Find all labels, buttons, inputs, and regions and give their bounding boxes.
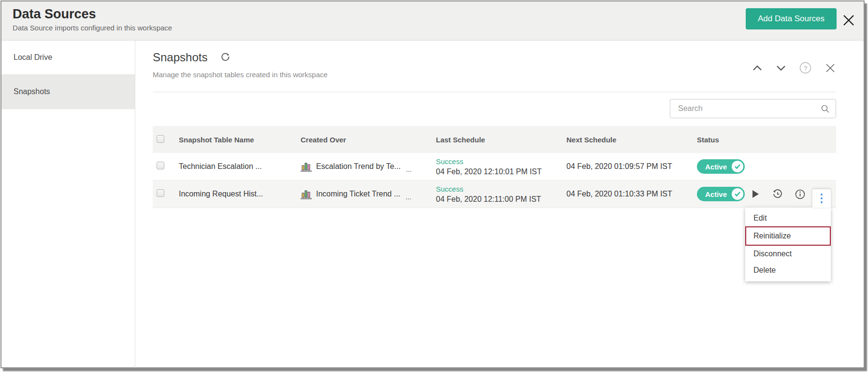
last-schedule-status: Success — [436, 184, 566, 194]
last-schedule-status: Success — [436, 157, 566, 167]
column-header: Created Over — [301, 136, 436, 144]
snapshots-panel: Snapshots ? — [135, 41, 864, 368]
sidebar-item-label: Snapshots — [14, 87, 50, 96]
panel-title: Snapshots — [153, 50, 207, 65]
play-icon[interactable] — [752, 190, 759, 198]
check-icon — [732, 188, 743, 200]
last-schedule-time: 04 Feb, 2020 12:10:01 PM IST — [436, 167, 566, 177]
status-badge-label: Active — [705, 190, 727, 198]
bar-chart-icon — [301, 162, 312, 172]
snapshot-name: Incoming Request Hist... — [179, 190, 301, 198]
bar-chart-icon — [301, 189, 312, 199]
snapshots-table: Snapshot Table Name Created Over Last Sc… — [153, 126, 836, 208]
check-icon — [732, 161, 743, 172]
vertical-ellipsis-icon[interactable] — [812, 189, 831, 208]
data-sources-dialog: Data Sources Data Source imports configu… — [0, 0, 865, 368]
last-schedule-time: 04 Feb, 2020 12:11:00 PM IST — [436, 194, 566, 204]
sidebar-item-label: Local Drive — [14, 53, 52, 62]
created-over-name: Incoming Ticket Trend ... — [316, 190, 400, 198]
menu-item-delete[interactable]: Delete — [745, 262, 831, 279]
svg-text:?: ? — [804, 65, 807, 72]
column-header: Next Schedule — [566, 136, 697, 144]
menu-item-edit[interactable]: Edit — [745, 210, 831, 226]
next-schedule-time: 04 Feb, 2020 01:10:33 PM IST — [566, 190, 697, 198]
search-input[interactable] — [677, 104, 821, 113]
row-checkbox[interactable] — [157, 162, 164, 169]
divider — [153, 92, 836, 92]
table-row[interactable]: Technician Escalation ... Escalation Tre… — [153, 153, 836, 181]
menu-item-reinitialize[interactable]: Reinitialize — [745, 226, 831, 246]
search-icon[interactable] — [821, 104, 830, 113]
dialog-title: Data Sources — [13, 7, 864, 22]
add-data-sources-button[interactable]: Add Data Sources — [746, 8, 837, 29]
refresh-icon[interactable] — [220, 52, 231, 63]
column-header: Last Schedule — [436, 136, 566, 144]
chevron-down-icon[interactable] — [776, 65, 786, 71]
snapshot-name: Technician Escalation ... — [179, 162, 301, 171]
next-schedule-time: 04 Feb, 2020 01:09:57 PM IST — [566, 162, 697, 171]
chevron-up-icon[interactable] — [752, 65, 763, 71]
close-icon[interactable] — [825, 62, 836, 74]
overflow-dots: ... — [406, 167, 412, 172]
overflow-dots: ... — [405, 195, 411, 199]
info-icon[interactable] — [795, 189, 805, 199]
run-history-icon[interactable] — [772, 189, 782, 199]
status-badge[interactable]: Active — [697, 187, 745, 201]
panel-subtitle: Manage the snapshot tables created in th… — [153, 70, 836, 79]
dialog-header: Data Sources Data Source imports configu… — [1, 1, 864, 41]
table-row[interactable]: Incoming Request Hist... Incoming Ticket… — [153, 181, 836, 208]
row-checkbox[interactable] — [157, 189, 164, 197]
created-over-name: Escalation Trend by Te... — [316, 162, 401, 171]
status-badge[interactable]: Active — [697, 159, 745, 174]
status-badge-label: Active — [705, 163, 727, 171]
sidebar-item-snapshots[interactable]: Snapshots — [1, 75, 135, 109]
close-icon[interactable] — [841, 13, 856, 28]
table-header-row: Snapshot Table Name Created Over Last Sc… — [153, 126, 836, 153]
column-header: Status — [697, 136, 836, 144]
sidebar: Local Drive Snapshots — [1, 41, 135, 368]
select-all-checkbox[interactable] — [157, 135, 164, 143]
menu-item-disconnect[interactable]: Disconnect — [745, 246, 831, 262]
dialog-subtitle: Data Source imports configured in this w… — [13, 24, 864, 32]
sidebar-item-local-drive[interactable]: Local Drive — [1, 41, 135, 75]
search-box — [670, 99, 836, 118]
row-context-menu: Edit Reinitialize Disconnect Delete — [745, 208, 831, 281]
row-actions — [752, 189, 805, 199]
column-header: Snapshot Table Name — [179, 136, 301, 144]
help-icon[interactable]: ? — [799, 62, 811, 74]
